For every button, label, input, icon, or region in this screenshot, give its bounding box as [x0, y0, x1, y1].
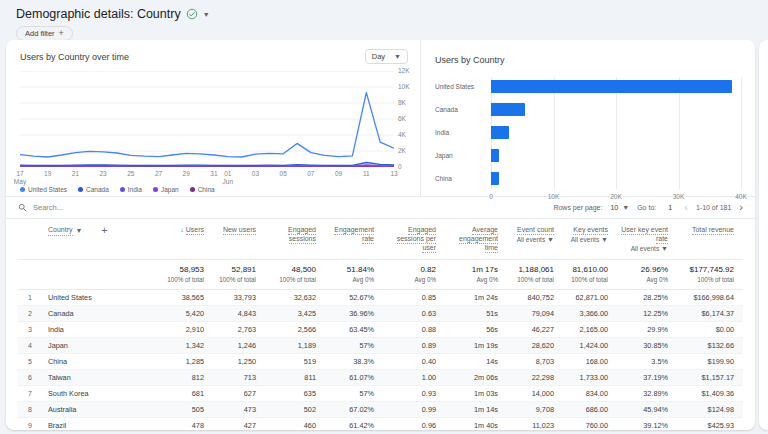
metric-cell: 1m 14s	[444, 405, 506, 414]
table-row[interactable]: 3India2,9102,7632,56663.45%0.8856s46,227…	[18, 322, 743, 338]
goto-page-input[interactable]: 1	[664, 204, 676, 211]
metric-cell: 30.85%	[616, 341, 676, 350]
next-page-button[interactable]: ›	[739, 202, 743, 213]
metric-cell: 61.42%	[324, 421, 382, 430]
metric-cell: 12.25%	[616, 309, 676, 318]
totals-cell: 0.82Avg 0%	[382, 265, 444, 283]
legend-item[interactable]: China	[190, 186, 215, 193]
search-icon	[18, 203, 27, 212]
table-row[interactable]: 4Japan1,3421,2461,18957%0.891m 19s28,620…	[18, 338, 743, 354]
prev-page-button[interactable]: ‹	[684, 202, 688, 213]
country-cell: South Korea	[42, 389, 162, 398]
totals-cell: 58,953100% of total	[162, 265, 212, 283]
table-row[interactable]: 7South Korea68162763557%0.931m 03s14,000…	[18, 386, 743, 402]
chart-legend: United StatesCanadaIndiaJapanChina	[20, 186, 420, 193]
metric-cell: 0.85	[382, 293, 444, 302]
metric-cell: 473	[212, 405, 264, 414]
metric-cell: 22,298	[506, 373, 562, 382]
metric-cell: 33,793	[212, 293, 264, 302]
legend-item[interactable]: Canada	[78, 186, 109, 193]
bar-category-label: United States	[435, 83, 491, 90]
table-row[interactable]: 8Australia50547350267.02%0.991m 14s9,708…	[18, 402, 743, 418]
chevron-down-icon[interactable]: ▼	[203, 11, 210, 18]
dimension-label: Country	[48, 225, 73, 236]
legend-item[interactable]: Japan	[153, 186, 179, 193]
line-chart[interactable]: 12K10K8K6K4K2K0	[20, 71, 394, 167]
metric-cell: 37.19%	[616, 373, 676, 382]
chevron-down-icon: ▼	[394, 53, 401, 60]
metric-cell: 45.94%	[616, 405, 676, 414]
rows-per-page-select[interactable]: 10 ▼	[610, 204, 629, 211]
country-cell: Japan	[42, 341, 162, 350]
row-number: 1	[18, 294, 42, 301]
charts-row: Users by Country over time Day ▼ 12K10K8…	[6, 40, 755, 196]
check-circle-icon[interactable]	[186, 8, 198, 20]
granularity-select[interactable]: Day ▼	[365, 49, 408, 64]
column-header[interactable]: New users	[212, 225, 264, 234]
bar[interactable]	[491, 149, 499, 162]
add-column-button[interactable]: +	[101, 226, 107, 236]
metric-cell: 811	[264, 373, 324, 382]
legend-dot	[78, 187, 83, 192]
totals-cell: 51.84%Avg 0%	[324, 265, 382, 283]
metric-cell: 0.63	[382, 309, 444, 318]
metric-cell: 0.96	[382, 421, 444, 430]
totals-cell: 1,188,061100% of total	[506, 265, 562, 283]
line-chart-svg	[20, 71, 394, 167]
metric-cell: 2,566	[264, 325, 324, 334]
table-row[interactable]: 6Taiwan81271381161.07%1.002m 06s22,2981,…	[18, 370, 743, 386]
column-header[interactable]: Event countAll events ▼	[506, 225, 562, 245]
table-row[interactable]: 1United States38,56533,79332,63252.67%0.…	[18, 290, 743, 306]
metric-cell: $1,157.17	[676, 373, 742, 382]
metric-cell: 0.93	[382, 389, 444, 398]
bar[interactable]	[491, 103, 525, 116]
column-header[interactable]: Engagement rate	[324, 225, 382, 243]
totals-cell: 81,610.00100% of total	[562, 265, 616, 283]
bar[interactable]	[491, 172, 499, 185]
add-filter-button[interactable]: Add filter +	[16, 26, 73, 41]
legend-item[interactable]: United States	[20, 186, 67, 193]
bar-category-label: India	[435, 129, 491, 136]
column-header[interactable]: Engaged sessions	[264, 225, 324, 243]
metric-cell: 56s	[444, 325, 506, 334]
column-header[interactable]: Engaged sessions per user	[382, 225, 444, 252]
metric-cell: 11,023	[506, 421, 562, 430]
metric-cell: 686.00	[562, 405, 616, 414]
table-row[interactable]: 9Brazil47842746061.42%0.961m 40s11,02376…	[18, 418, 743, 430]
metric-cell: $1,409.36	[676, 389, 742, 398]
bar-chart-title: Users by Country	[435, 55, 505, 65]
table-row[interactable]: 2Canada5,4204,8433,42536.96%0.6351s79,09…	[18, 306, 743, 322]
metric-cell: 79,094	[506, 309, 562, 318]
row-number: 7	[18, 390, 42, 397]
country-cell: Taiwan	[42, 373, 162, 382]
legend-item[interactable]: India	[120, 186, 142, 193]
granularity-value: Day	[372, 52, 385, 61]
metric-cell: 38,565	[162, 293, 212, 302]
search-input[interactable]: Search...	[18, 203, 63, 212]
row-number: 5	[18, 358, 42, 365]
metric-cell: 0.99	[382, 405, 444, 414]
metric-cell: $0.00	[676, 325, 742, 334]
column-header[interactable]: ↓ Users	[162, 225, 212, 234]
table-row[interactable]: 5China1,2851,25051938.3%0.4014s8,703168.…	[18, 354, 743, 370]
rows-per-page-value: 10	[610, 204, 618, 211]
country-cell: United States	[42, 293, 162, 302]
metric-cell: 0.40	[382, 357, 444, 366]
legend-dot	[190, 187, 195, 192]
legend-dot	[20, 187, 25, 192]
legend-dot	[120, 187, 125, 192]
metric-cell: 61.07%	[324, 373, 382, 382]
metric-cell: 1,424.00	[562, 341, 616, 350]
bar[interactable]	[491, 80, 732, 93]
dimension-header[interactable]: Country ▼ +	[42, 225, 162, 236]
metric-cell: 502	[264, 405, 324, 414]
column-header[interactable]: Key eventsAll events ▼	[562, 225, 616, 245]
table-header-row: Country ▼ + ↓ UsersNew usersEngaged sess…	[18, 219, 743, 260]
column-header[interactable]: User key event rateAll events ▼	[616, 225, 676, 254]
metric-cell: $199.90	[676, 357, 742, 366]
column-header[interactable]: Total revenue	[676, 225, 742, 234]
column-header[interactable]: Average engagement time	[444, 225, 506, 252]
row-number: 8	[18, 406, 42, 413]
bar[interactable]	[491, 126, 509, 139]
metric-cell: 2,910	[162, 325, 212, 334]
